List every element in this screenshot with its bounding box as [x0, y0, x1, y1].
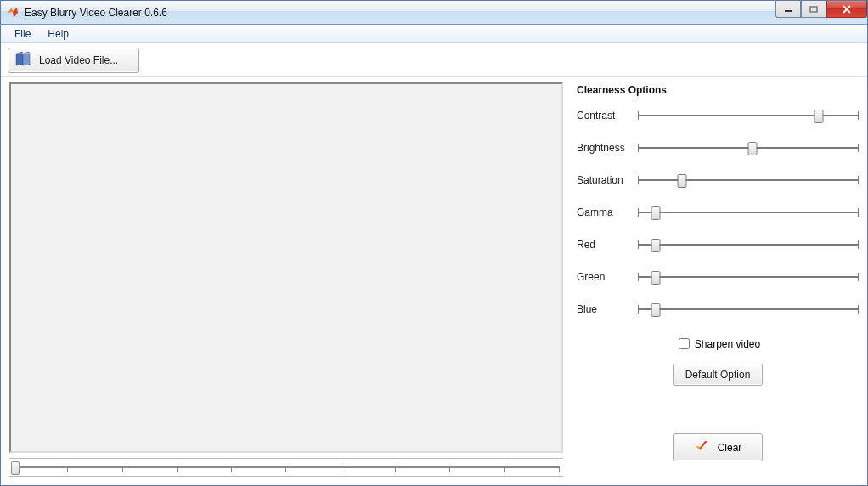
clear-button[interactable]: Clear [673, 433, 764, 461]
menu-file[interactable]: File [6, 26, 39, 42]
slider-contrast[interactable] [638, 107, 859, 124]
preview-column [9, 82, 563, 477]
minimize-button[interactable] [775, 1, 801, 18]
slider-saturation[interactable] [638, 172, 859, 189]
timeline-slider[interactable] [9, 458, 563, 477]
slider-label: Red [577, 239, 638, 251]
window-title: Easy Blurry Video Clearer 0.6.6 [25, 7, 167, 19]
titlebar: Easy Blurry Video Clearer 0.6.6 [1, 1, 867, 25]
app-icon [6, 6, 20, 20]
load-video-label: Load Video File... [39, 54, 118, 66]
slider-label: Gamma [577, 206, 638, 218]
content-area: Clearness Options ContrastBrightnessSatu… [1, 77, 867, 485]
window-controls [775, 1, 867, 18]
slider-row-red: Red [577, 235, 859, 254]
slider-label: Saturation [577, 174, 638, 186]
options-panel: Clearness Options ContrastBrightnessSatu… [577, 82, 859, 477]
slider-blue[interactable] [638, 301, 859, 318]
options-title: Clearness Options [577, 84, 859, 96]
slider-label: Contrast [577, 110, 638, 122]
load-video-button[interactable]: Load Video File... [8, 48, 139, 73]
slider-row-gamma: Gamma [577, 203, 859, 222]
slider-brightness[interactable] [638, 139, 859, 156]
maximize-button[interactable] [801, 1, 826, 18]
slider-row-contrast: Contrast [577, 106, 859, 125]
timeline-thumb[interactable] [11, 461, 20, 475]
app-window: Easy Blurry Video Clearer 0.6.6 File Hel… [0, 0, 868, 486]
svg-rect-1 [810, 7, 817, 12]
slider-gamma[interactable] [638, 204, 859, 221]
close-button[interactable] [826, 1, 867, 18]
menu-help[interactable]: Help [39, 26, 77, 42]
slider-row-brightness: Brightness [577, 138, 859, 157]
slider-label: Blue [577, 303, 638, 315]
video-preview [9, 82, 563, 453]
slider-green[interactable] [638, 268, 859, 285]
svg-rect-0 [785, 10, 792, 12]
slider-red[interactable] [638, 236, 859, 253]
sharpen-checkbox[interactable] [679, 338, 690, 349]
slider-label: Green [577, 271, 638, 283]
check-icon [694, 439, 709, 455]
book-icon [14, 50, 32, 70]
toolbar: Load Video File... [1, 43, 867, 77]
slider-label: Brightness [577, 142, 638, 154]
slider-row-saturation: Saturation [577, 171, 859, 189]
slider-row-blue: Blue [577, 300, 859, 319]
slider-row-green: Green [577, 268, 859, 286]
menubar: File Help [1, 25, 867, 43]
sharpen-label: Sharpen video [695, 338, 760, 350]
sharpen-row: Sharpen video [577, 336, 859, 352]
default-option-button[interactable]: Default Option [673, 364, 764, 386]
clear-button-label: Clear [718, 442, 742, 454]
